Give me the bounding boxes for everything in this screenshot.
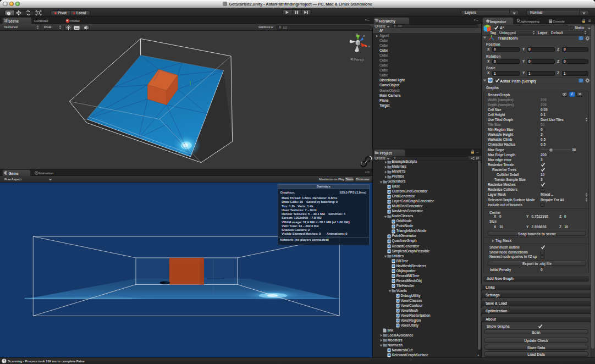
svg-text:Persp: Persp: [354, 58, 363, 62]
svg-text:z: z: [363, 34, 365, 37]
